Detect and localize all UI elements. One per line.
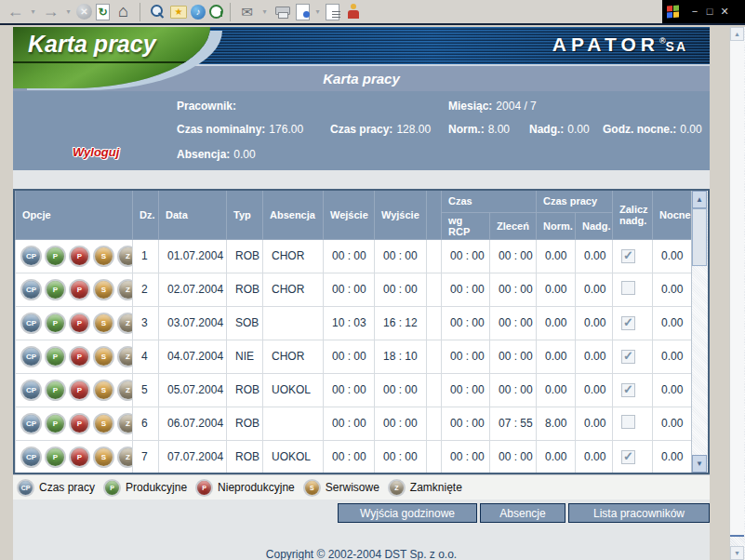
option-p-red-button[interactable]: P — [69, 279, 90, 300]
column-header: Typ — [227, 191, 263, 239]
forward-menu-icon[interactable]: ▾ — [64, 2, 73, 21]
mail-menu-icon[interactable]: ▾ — [260, 2, 269, 21]
nadg-field: Nadg.:0.00 — [529, 123, 590, 136]
option-s-button[interactable]: S — [93, 447, 114, 468]
window-scrollbar[interactable]: ▲ ▼ — [729, 27, 745, 560]
option-p-green-button[interactable]: P — [103, 479, 121, 497]
option-cp-button[interactable]: CP — [20, 413, 42, 434]
messenger-icon[interactable] — [343, 2, 363, 21]
window-scroll-down-icon[interactable]: ▼ — [730, 546, 744, 560]
option-p-red-button[interactable]: P — [69, 246, 90, 267]
option-z-button[interactable]: Z — [117, 380, 133, 401]
option-z-button[interactable]: Z — [117, 346, 133, 367]
cell-opcje: CPPPSZ — [16, 239, 133, 273]
option-p-green-button[interactable]: P — [45, 346, 66, 367]
zalicz-nadg-checkbox[interactable] — [621, 281, 635, 295]
option-cp-button[interactable]: CP — [20, 246, 42, 267]
option-z-button[interactable]: Z — [388, 479, 406, 497]
czas-nominalny-field: Czas nominalny:176.00 — [177, 123, 303, 136]
option-p-green-button[interactable]: P — [45, 380, 66, 401]
option-p-red-button[interactable]: P — [69, 413, 90, 434]
apator-logo: APATOR®SA — [552, 33, 687, 56]
wyloguj-link[interactable]: Wyloguj — [73, 145, 119, 159]
close-button[interactable]: ✕ — [718, 6, 731, 18]
option-cp-button[interactable]: CP — [20, 447, 42, 468]
zalicz-nadg-checkbox[interactable]: ✓ — [621, 350, 635, 364]
refresh-icon[interactable]: ↻ — [96, 4, 110, 20]
zalicz-nadg-checkbox[interactable]: ✓ — [621, 383, 635, 397]
option-z-button[interactable]: Z — [117, 313, 133, 334]
zalicz-nadg-checkbox[interactable] — [621, 415, 635, 429]
option-p-red-button[interactable]: P — [69, 447, 90, 468]
forward-icon[interactable]: → — [41, 2, 60, 21]
cell-nocne: 0.00 — [653, 239, 693, 273]
option-s-button[interactable]: S — [93, 413, 114, 434]
option-p-red-button[interactable]: P — [69, 313, 90, 334]
back-menu-icon[interactable]: ▾ — [29, 2, 37, 21]
option-p-green-button[interactable]: P — [45, 413, 66, 434]
window-scroll-thumb[interactable] — [730, 41, 744, 537]
restore-button[interactable]: □ — [703, 6, 716, 18]
option-z-button[interactable]: Z — [117, 447, 133, 468]
table-scroll-up-icon[interactable]: ▲ — [692, 191, 707, 208]
option-z-button[interactable]: Z — [117, 246, 133, 267]
option-s-button[interactable]: S — [303, 479, 321, 497]
option-cp-button[interactable]: CP — [20, 279, 42, 300]
legend-item: PNieprodukcyjne — [195, 479, 297, 497]
zalicz-nadg-checkbox[interactable]: ✓ — [621, 450, 635, 464]
option-s-button[interactable]: S — [93, 380, 114, 401]
legend-label: Czas pracy — [39, 481, 95, 494]
window-scroll-up-icon[interactable]: ▲ — [730, 27, 744, 41]
edit-icon[interactable] — [296, 4, 310, 20]
cell-wg-rcp: 00 : 00 — [442, 407, 490, 440]
media-icon[interactable]: ♪ — [191, 5, 206, 20]
option-s-button[interactable]: S — [93, 246, 114, 267]
option-cp-button[interactable]: CP — [17, 479, 34, 497]
option-p-green-button[interactable]: P — [45, 313, 66, 334]
option-p-green-button[interactable]: P — [45, 279, 66, 300]
discuss-icon[interactable] — [326, 4, 339, 20]
option-cp-button[interactable]: CP — [20, 346, 42, 367]
option-p-green-button[interactable]: P — [45, 447, 66, 468]
absencje-button[interactable]: Absencje — [480, 503, 565, 523]
edit-menu-icon[interactable]: ▾ — [313, 2, 322, 21]
cell-wg-rcp: 00 : 00 — [442, 273, 490, 306]
cell-spacer — [427, 440, 442, 473]
option-p-green-button[interactable]: P — [45, 246, 66, 267]
table-row: CPPPSZ404.07.2004NIECHOR00 : 0018 : 1000… — [16, 340, 693, 373]
home-icon[interactable]: ⌂ — [113, 2, 133, 21]
history-icon[interactable] — [209, 5, 223, 19]
option-s-button[interactable]: S — [93, 313, 114, 334]
option-s-button[interactable]: S — [93, 279, 114, 300]
cell-dz: 7 — [133, 440, 159, 473]
wyjscia-godzinowe-button[interactable]: Wyjścia godzinowe — [338, 503, 477, 523]
mail-icon[interactable]: ✉ — [237, 2, 257, 21]
zalicz-nadg-checkbox[interactable]: ✓ — [621, 316, 635, 330]
table-header: OpcjeDz.DataTypAbsencjaWejścieWyjścieCza… — [16, 191, 693, 239]
back-icon[interactable]: ← — [6, 2, 25, 21]
table-row: CPPPSZ202.07.2004ROBCHOR00 : 0000 : 0000… — [16, 273, 693, 306]
cell-nocne: 0.00 — [653, 273, 693, 306]
option-p-red-button[interactable]: P — [195, 479, 213, 497]
zalicz-nadg-checkbox[interactable]: ✓ — [621, 249, 635, 263]
table-scrollbar[interactable]: ▲ ▼ — [691, 191, 708, 473]
absencja-field: Absencja:0.00 — [177, 148, 256, 161]
table-scroll-thumb[interactable] — [692, 208, 707, 266]
option-p-red-button[interactable]: P — [69, 380, 90, 401]
stop-icon[interactable]: ✕ — [76, 4, 92, 20]
option-s-button[interactable]: S — [93, 346, 114, 367]
cell-nadg: 0.00 — [576, 340, 613, 373]
table-scroll-down-icon[interactable]: ▼ — [692, 455, 707, 473]
option-z-button[interactable]: Z — [117, 413, 133, 434]
print-icon[interactable] — [273, 2, 292, 21]
favorites-icon[interactable]: ★ — [170, 6, 187, 19]
column-header: Opcje — [16, 191, 133, 239]
minimize-button[interactable]: − — [688, 6, 701, 18]
option-z-button[interactable]: Z — [117, 279, 133, 300]
option-p-red-button[interactable]: P — [69, 346, 90, 367]
option-cp-button[interactable]: CP — [20, 313, 42, 334]
cell-wyjscie: 00 : 00 — [375, 440, 427, 473]
lista-pracownikow-button[interactable]: Lista pracowników — [568, 503, 710, 523]
option-cp-button[interactable]: CP — [20, 380, 42, 401]
search-icon[interactable] — [147, 2, 166, 21]
